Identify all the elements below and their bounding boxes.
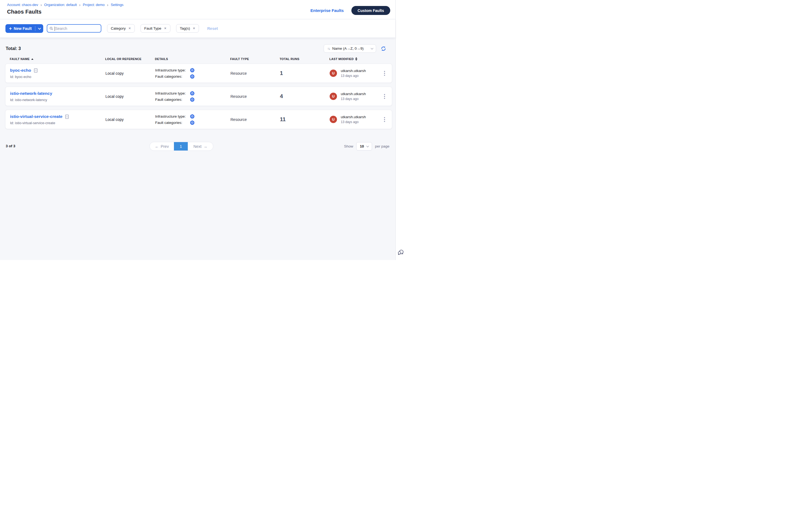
pagination-control: ← Prev 1 Next → <box>150 142 213 151</box>
sort-arrows-icon: ↑↓ <box>327 47 330 51</box>
filter-chip-category[interactable]: Category ✕ <box>107 24 135 33</box>
breadcrumb-organization[interactable]: Organization: default <box>44 3 77 7</box>
main-content: Account: chaos-dev › Organization: defau… <box>0 0 396 260</box>
refresh-icon[interactable] <box>381 46 386 51</box>
table-header: FAULT NAME LOCAL OR REFERENCE DETAILS FA… <box>5 57 392 60</box>
last-modified-cell: U utkarsh.utkarsh 13 days ago <box>330 92 381 101</box>
pagination-range: 3 of 3 <box>6 144 15 148</box>
fault-type-value: Resource <box>230 118 280 122</box>
breadcrumb-separator: › <box>107 2 108 7</box>
kebab-menu-button[interactable] <box>382 69 387 77</box>
row-actions-cell <box>381 69 392 77</box>
next-page-button[interactable]: Next → <box>188 142 213 151</box>
breadcrumb-separator: › <box>79 2 80 7</box>
details-cell: Infrastructure type: Fault categories: <box>155 91 230 102</box>
arrow-right-icon: → <box>204 144 208 149</box>
plus-icon: + <box>9 26 12 31</box>
text-caret <box>55 27 55 31</box>
sort-select[interactable]: ↑↓ Name (A→Z, 0→9) <box>324 44 376 53</box>
avatar: U <box>330 70 337 77</box>
breadcrumb-settings[interactable]: Settings <box>110 3 123 7</box>
fault-categories-label: Fault categories: <box>155 98 190 102</box>
modified-by: utkarsh.utkarsh <box>341 115 366 119</box>
page-size-group: Show 10 per page <box>344 142 389 151</box>
enterprise-faults-link[interactable]: Enterprise Faults <box>310 8 344 13</box>
filter-chip-fault-type[interactable]: Fault Type ✕ <box>141 24 170 33</box>
new-fault-dropdown-toggle[interactable] <box>38 26 40 30</box>
copy-icon[interactable] <box>65 114 69 119</box>
chevron-down-icon <box>38 27 41 30</box>
toolbar: + New Fault Category ✕ Fault Type <box>0 19 396 38</box>
show-label: Show <box>344 144 353 148</box>
fault-name-cell: istio-virtual-service-create Id: istio-v… <box>10 114 105 125</box>
close-icon[interactable]: ✕ <box>164 27 166 30</box>
column-header-total-runs: TOTAL RUNS <box>280 57 329 60</box>
breadcrumb-separator: › <box>41 2 42 7</box>
last-modified-cell: U utkarsh.utkarsh 13 days ago <box>330 69 381 78</box>
fault-name-cell: byoc-echo Id: byoc-echo <box>10 68 105 79</box>
close-icon[interactable]: ✕ <box>193 27 195 30</box>
triangle-up-down-icon <box>355 57 357 60</box>
custom-faults-button[interactable]: Custom Faults <box>351 6 390 15</box>
fault-categories-label: Fault categories: <box>155 74 190 79</box>
details-cell: Infrastructure type: Fault categories: <box>155 68 230 79</box>
row-actions-cell <box>381 93 392 101</box>
fault-type-value: Resource <box>230 71 280 76</box>
kubernetes-icon <box>190 114 195 119</box>
column-header-label: LOCAL OR REFERENCE <box>105 57 142 60</box>
search-icon <box>49 26 53 30</box>
button-divider <box>35 26 35 31</box>
table-row[interactable]: istio-network-latency Id: istio-network-… <box>5 87 392 106</box>
close-icon[interactable]: ✕ <box>128 27 131 30</box>
infrastructure-type-label: Infrastructure type: <box>155 114 190 119</box>
right-rail <box>396 0 406 260</box>
infrastructure-type-label: Infrastructure type: <box>155 91 190 95</box>
total-runs-value: 4 <box>280 93 330 99</box>
avatar: U <box>330 116 337 123</box>
column-header-local-or-reference: LOCAL OR REFERENCE <box>105 57 155 60</box>
modified-by: utkarsh.utkarsh <box>341 69 366 73</box>
details-cell: Infrastructure type: Fault categories: <box>155 114 230 125</box>
column-header-label: FAULT NAME <box>10 57 30 60</box>
filter-chip-tags[interactable]: Tag(s) ✕ <box>176 24 199 33</box>
table-row[interactable]: istio-virtual-service-create Id: istio-v… <box>5 110 392 129</box>
kebab-menu-button[interactable] <box>382 115 387 124</box>
new-fault-button[interactable]: + New Fault <box>5 24 43 33</box>
fault-name-link[interactable]: istio-virtual-service-create <box>10 114 62 119</box>
pagination-row: 3 of 3 ← Prev 1 Next → Show 10 <box>0 142 396 151</box>
breadcrumb-project[interactable]: Project: demo <box>83 3 105 7</box>
column-header-last-modified[interactable]: LAST MODIFIED <box>329 57 381 60</box>
kebab-menu-button[interactable] <box>382 93 387 101</box>
breadcrumb-account[interactable]: Account: chaos-dev <box>7 3 38 7</box>
kubernetes-icon <box>190 120 195 125</box>
fault-name-link[interactable]: byoc-echo <box>10 68 31 73</box>
chat-bubbles-icon[interactable] <box>397 249 404 256</box>
filter-chips: Category ✕ Fault Type ✕ Tag(s) ✕ <box>107 24 199 33</box>
column-header-fault-name[interactable]: FAULT NAME <box>10 57 105 60</box>
kubernetes-icon <box>190 97 195 102</box>
search-box <box>47 24 101 33</box>
total-runs-value: 1 <box>280 70 330 76</box>
list-body: Total: 3 ↑↓ Name (A→Z, 0→9) <box>0 38 396 260</box>
triangle-up-icon <box>31 58 33 60</box>
search-input[interactable] <box>55 26 99 31</box>
modified-by: utkarsh.utkarsh <box>341 92 366 96</box>
page-size-select[interactable]: 10 <box>356 142 372 151</box>
per-page-label: per page <box>375 144 389 148</box>
reset-filters-button[interactable]: Reset <box>207 26 218 31</box>
fault-id: Id: byoc-echo <box>10 75 105 79</box>
page-header: Account: chaos-dev › Organization: defau… <box>0 0 396 19</box>
fault-name-link[interactable]: istio-network-latency <box>10 91 52 96</box>
modified-time: 13 days ago <box>341 97 366 101</box>
list-meta-row: Total: 3 ↑↓ Name (A→Z, 0→9) <box>6 44 386 53</box>
current-page-button[interactable]: 1 <box>174 142 188 151</box>
table-row[interactable]: byoc-echo Id: byoc-echo Local copy Infra… <box>5 63 392 83</box>
column-header-label: FAULT TYPE <box>230 57 249 60</box>
copy-icon[interactable] <box>34 68 37 73</box>
fault-name-cell: istio-network-latency Id: istio-network-… <box>10 91 105 102</box>
prev-label: Prev <box>160 144 169 149</box>
fault-id: Id: istio-network-latency <box>10 98 105 102</box>
chevron-down-icon <box>366 145 369 147</box>
column-header-fault-type: FAULT TYPE <box>230 57 280 60</box>
prev-page-button[interactable]: ← Prev <box>150 142 174 151</box>
